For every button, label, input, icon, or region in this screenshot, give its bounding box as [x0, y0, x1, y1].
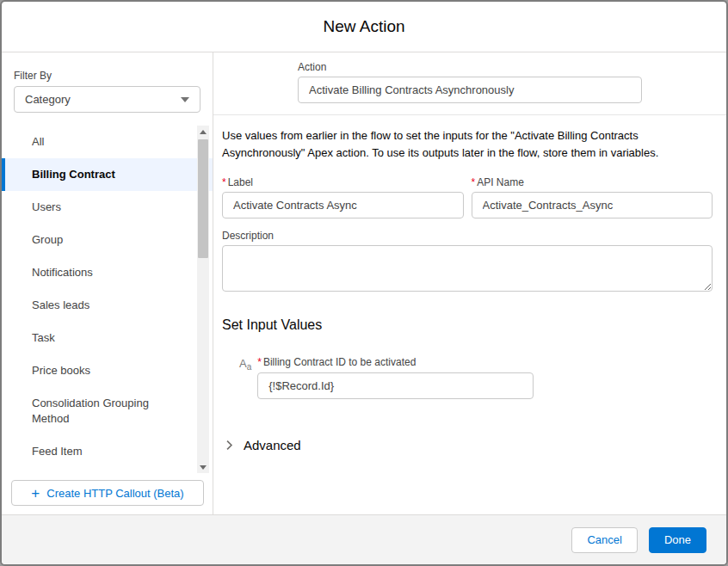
modal-header: New Action — [2, 2, 726, 52]
advanced-toggle[interactable]: Advanced — [224, 438, 713, 452]
category-filter-value: Category — [25, 93, 71, 106]
required-asterisk: * — [222, 176, 226, 188]
cancel-button[interactable]: Cancel — [571, 527, 637, 553]
category-sidebar: Filter By Category All Billing Contract … — [2, 52, 213, 514]
done-button[interactable]: Done — [649, 527, 706, 553]
sidebar-item-notifications[interactable]: Notifications — [2, 256, 213, 289]
action-config-area: Use values from earlier in the flow to s… — [213, 115, 726, 514]
category-list: All Billing Contract Users Group Notific… — [2, 126, 213, 473]
advanced-label: Advanced — [244, 438, 301, 452]
billing-contract-id-row: *Billing Contract ID to be activated — [239, 356, 713, 399]
page-title: New Action — [323, 17, 404, 36]
sidebar-item-billing-contract[interactable]: Billing Contract — [2, 158, 213, 191]
create-http-callout-button[interactable]: + Create HTTP Callout (Beta) — [11, 480, 204, 506]
sidebar-item-task[interactable]: Task — [2, 322, 213, 354]
action-picker-block: Action — [298, 61, 642, 103]
scrollbar-thumb[interactable] — [198, 139, 208, 258]
category-filter-select[interactable]: Category — [14, 86, 201, 113]
scroll-down-arrow[interactable] — [197, 461, 209, 473]
create-http-callout-label: Create HTTP Callout (Beta) — [46, 487, 183, 500]
category-items: All Billing Contract Users Group Notific… — [2, 126, 213, 473]
action-input[interactable] — [298, 77, 642, 103]
label-apiname-row: *Label *API Name — [222, 176, 713, 218]
action-label: Action — [298, 61, 642, 73]
sidebar-item-group[interactable]: Group — [2, 224, 213, 256]
label-input[interactable] — [222, 192, 464, 218]
billing-contract-id-label: *Billing Contract ID to be activated — [257, 356, 534, 368]
modal-footer: Cancel Done — [2, 514, 726, 564]
text-type-icon — [239, 356, 251, 372]
label-field-label: *Label — [222, 176, 464, 188]
description-label: Description — [222, 230, 713, 242]
callout-button-wrap: + Create HTTP Callout (Beta) — [2, 473, 213, 506]
filter-by-label: Filter By — [14, 70, 201, 82]
sidebar-item-sales-leads[interactable]: Sales leads — [2, 289, 213, 322]
set-input-values-heading: Set Input Values — [222, 317, 713, 333]
triangle-down-icon — [200, 465, 207, 470]
sidebar-item-feed-item[interactable]: Feed Item — [2, 435, 213, 468]
new-action-modal: New Action Filter By Category All Billin… — [0, 0, 728, 566]
sidebar-scrollbar[interactable] — [197, 126, 209, 473]
chevron-down-icon — [181, 97, 189, 102]
required-asterisk: * — [472, 176, 476, 188]
sidebar-item-all[interactable]: All — [2, 126, 213, 158]
billing-contract-id-input[interactable] — [257, 372, 534, 399]
modal-body: Filter By Category All Billing Contract … — [2, 52, 726, 514]
description-textarea[interactable] — [222, 245, 713, 292]
api-name-field-block: *API Name — [472, 176, 713, 218]
api-name-input[interactable] — [472, 192, 713, 218]
plus-icon: + — [31, 486, 40, 501]
billing-contract-id-field: *Billing Contract ID to be activated — [257, 356, 534, 399]
sidebar-item-users[interactable]: Users — [2, 191, 213, 224]
description-field-block: Description — [222, 230, 713, 295]
sidebar-item-price-books[interactable]: Price books — [2, 354, 213, 387]
triangle-up-icon — [200, 130, 207, 134]
chevron-right-icon — [224, 440, 235, 451]
filter-block: Filter By Category — [2, 52, 213, 113]
sidebar-item-consolidation-grouping-method[interactable]: Consolidation Grouping Method — [2, 387, 213, 435]
required-asterisk: * — [257, 356, 262, 368]
scroll-up-arrow[interactable] — [197, 126, 209, 138]
intro-text: Use values from earlier in the flow to s… — [222, 127, 713, 162]
api-name-field-label: *API Name — [472, 176, 713, 188]
action-detail-panel: Action Use values from earlier in the fl… — [213, 52, 726, 514]
label-field-block: *Label — [222, 176, 464, 218]
